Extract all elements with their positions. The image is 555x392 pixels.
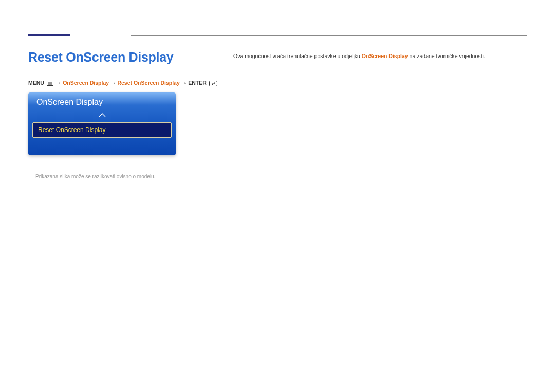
body-after: na zadane tvorničke vrijednosti.: [408, 53, 485, 59]
body-highlight: OnScreen Display: [362, 53, 408, 59]
breadcrumb-arrow-1: →: [56, 80, 63, 86]
footnote-text: Prikazana slika može se razlikovati ovis…: [35, 174, 155, 179]
osd-panel: OnScreen Display Reset OnScreen Display: [28, 92, 176, 155]
breadcrumb-p1: OnScreen Display: [63, 80, 109, 86]
breadcrumb: MENU → OnScreen Display → Reset OnScreen…: [28, 80, 218, 86]
body-description: Ova mogućnost vraća trenutačne postavke …: [233, 52, 527, 61]
breadcrumb-arrow-3: →: [181, 80, 188, 86]
breadcrumb-enter-label: ENTER: [188, 80, 207, 86]
osd-selected-item[interactable]: Reset OnScreen Display: [32, 122, 172, 138]
body-before: Ova mogućnost vraća trenutačne postavke …: [233, 53, 362, 59]
page-title: Reset OnScreen Display: [28, 50, 173, 65]
breadcrumb-p2: Reset OnScreen Display: [117, 80, 179, 86]
footnote-dash: ―: [28, 174, 33, 179]
footnote-rule: [28, 167, 126, 167]
accent-bar: [28, 34, 70, 36]
chevron-up-icon[interactable]: [28, 109, 176, 122]
header-rule: [131, 35, 527, 36]
footnote: ―Prikazana slika može se razlikovati ovi…: [28, 174, 155, 179]
enter-icon: [209, 81, 217, 86]
menu-icon: [47, 81, 53, 86]
breadcrumb-menu-label: MENU: [28, 80, 44, 86]
osd-header: OnScreen Display: [28, 92, 176, 109]
breadcrumb-arrow-2: →: [110, 80, 117, 86]
